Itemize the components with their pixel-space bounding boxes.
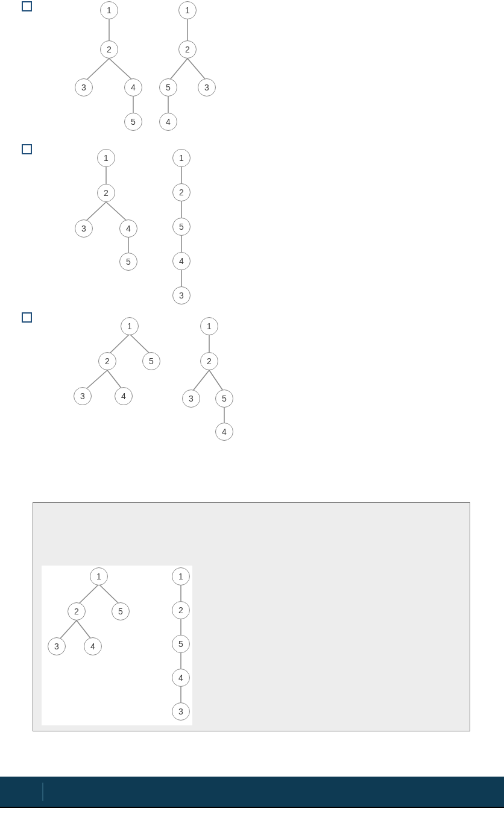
node: 5 [159,78,177,96]
node: 4 [159,113,177,131]
node: 5 [142,352,160,370]
svg-line-25 [99,584,119,604]
option-b-right-tree: 1 2 5 4 3 [162,149,201,306]
option-c-left-tree: 1 2 5 3 4 [60,317,169,414]
node: 2 [98,352,116,370]
node: 3 [198,78,216,96]
node: 5 [215,390,233,408]
node: 4 [172,252,191,270]
svg-line-19 [107,370,122,390]
svg-line-1 [87,58,109,80]
option-b: 1 2 3 4 5 1 2 5 4 3 [22,144,275,306]
bottom-line [0,807,504,808]
svg-line-9 [86,202,106,221]
node: 2 [68,602,86,620]
node: 1 [121,317,139,335]
node: 5 [172,635,190,653]
node: 2 [100,40,118,58]
node: 1 [100,1,118,19]
node: 3 [75,78,93,96]
node: 4 [215,423,233,441]
node: 3 [172,286,191,304]
svg-line-24 [79,584,99,604]
svg-line-26 [59,620,77,640]
node: 4 [119,219,137,238]
node: 3 [75,219,93,238]
node: 2 [172,183,191,201]
node: 3 [74,387,92,405]
svg-line-2 [109,58,132,80]
svg-line-17 [130,334,150,353]
answer-diagram: 1 2 5 3 4 1 2 5 4 3 [42,566,192,725]
node: 3 [172,702,190,721]
checkbox-option-c[interactable] [22,312,32,323]
option-c-right-tree: 1 2 3 5 4 [175,317,241,444]
node: 5 [124,113,142,131]
node: 2 [172,601,190,619]
svg-line-5 [170,58,187,80]
svg-line-18 [86,370,107,390]
node: 4 [172,669,190,687]
option-a-left-tree: 1 2 3 4 5 [64,1,142,137]
node: 4 [84,637,102,655]
node: 3 [48,637,66,655]
node: 3 [182,390,200,408]
option-c: 1 2 5 3 4 1 2 3 5 4 [22,312,275,443]
node: 1 [172,149,191,167]
svg-line-16 [110,334,130,353]
node: 2 [200,352,218,370]
footer-bar [0,777,504,807]
node: 1 [178,1,197,19]
option-a: 1 2 3 4 5 1 2 5 3 4 [22,1,275,140]
checkbox-option-b[interactable] [22,144,32,154]
option-a-right-tree: 1 2 5 3 4 [148,1,221,137]
svg-line-22 [209,370,223,391]
node: 1 [97,149,115,167]
checkbox-option-a[interactable] [22,1,32,11]
footer-divider [42,783,43,801]
option-b-left-tree: 1 2 3 4 5 [64,149,142,276]
page: 1 2 3 4 5 1 2 5 3 4 [0,0,504,817]
svg-line-6 [187,58,206,80]
node: 4 [115,387,133,405]
node: 1 [200,317,218,335]
node: 5 [172,218,191,236]
svg-line-27 [77,620,92,640]
node: 1 [172,567,190,585]
svg-line-21 [193,370,209,391]
node: 2 [97,184,115,202]
node: 2 [178,40,197,58]
node: 5 [119,253,137,271]
node: 1 [90,567,108,585]
answer-box: 1 2 5 3 4 1 2 5 4 3 [33,502,470,731]
node: 5 [112,602,130,620]
node: 4 [124,78,142,96]
svg-line-10 [106,202,127,221]
